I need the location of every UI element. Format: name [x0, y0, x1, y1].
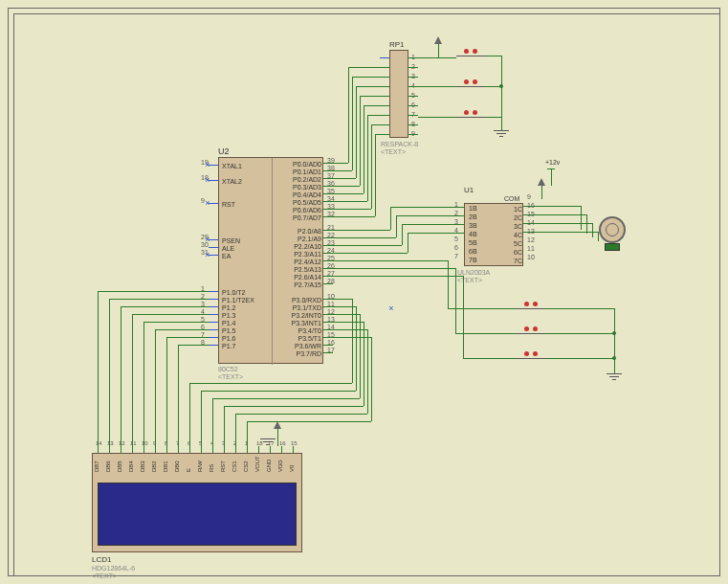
u2-rc-name-7: P3.7/RD: [283, 350, 321, 357]
p0-h2-2: [356, 86, 389, 87]
cross-rst: ×: [204, 199, 211, 207]
u2-lpin-name-13: P1.7: [222, 343, 235, 349]
u2-rc-stub-0: [323, 299, 333, 300]
p24-v-2: [463, 276, 464, 358]
u2-lpin-stub-12: [209, 337, 218, 338]
u2-ref: U2: [218, 146, 230, 156]
p1-h-4: [143, 322, 209, 323]
lcd-stub-1: [109, 446, 110, 453]
u2-rb-name-6: P2.6/A14: [283, 274, 321, 281]
u2-rb-name-7: P2.7/A15: [283, 281, 321, 288]
p1-h-5: [155, 329, 209, 330]
motor-v-2: [592, 223, 593, 237]
lcd-pin-13: CS2: [243, 453, 249, 472]
u1-part: ULN2003A: [457, 269, 490, 276]
p2-h1-3: [333, 253, 408, 254]
u2-lpin-name-8: P1.2: [222, 304, 235, 311]
u1-l-name-6: 7B: [469, 257, 477, 263]
p3-h-5: [333, 337, 371, 338]
u2-ra-name-1: P0.1/AD1: [283, 168, 321, 175]
lcd-stub-3: [132, 446, 133, 453]
p0-h2-6: [371, 124, 389, 125]
p2-v-3: [408, 233, 408, 253]
p3-v2-0: [189, 383, 190, 446]
button-6[interactable]: [517, 354, 545, 362]
button-3[interactable]: [456, 113, 485, 121]
u1-l-num-6: 7: [454, 253, 458, 259]
p0-h2-5: [367, 115, 389, 116]
lcd-stub-16: [281, 446, 282, 453]
p2-h1-1: [333, 237, 396, 238]
u1-r-num-5: 12: [527, 236, 535, 243]
p3-h2-2: [212, 398, 360, 399]
v12-label: +12v: [545, 159, 560, 166]
u2-lpin-name-12: P1.6: [222, 335, 235, 342]
p1-v-0: [98, 291, 99, 446]
p3-h2-5: [247, 421, 371, 422]
lcd-stub-17: [293, 446, 294, 453]
p2-h1-2: [333, 245, 402, 246]
button-1[interactable]: [456, 52, 485, 59]
btn4-r: [545, 308, 614, 309]
cross-ea: ×: [204, 251, 211, 258]
u2-lpin-stub-4: [209, 247, 218, 248]
u2-ra-name-0: P0.0/AD0: [283, 161, 321, 168]
rp1-text: <TEXT>: [381, 148, 406, 155]
v12-wire: [551, 168, 552, 186]
p2-h2-0: [390, 207, 464, 208]
p3-h-3: [333, 322, 364, 323]
p0-v-7: [375, 134, 376, 216]
rp1-stub-7: [408, 124, 418, 125]
u1-r-num-0: 9: [527, 193, 531, 200]
motor-base: [605, 243, 620, 251]
rp1-stub-6: [408, 115, 418, 116]
p24-h-0: [333, 260, 448, 261]
lcd-pin-8: E: [186, 453, 191, 472]
p0-h2-4: [364, 105, 389, 106]
u1-r-name-4: 4C: [505, 232, 522, 238]
button-2[interactable]: [456, 82, 485, 90]
u1-l-name-5: 6B: [469, 248, 477, 255]
u2-ra-name-5: P0.5/AD5: [283, 199, 321, 206]
button-4[interactable]: [517, 304, 545, 312]
power-u1-wire: [541, 186, 542, 199]
btn-bot-gnd-v: [614, 308, 615, 373]
p1-v-4: [143, 322, 144, 446]
lcd-num-17: 15: [291, 440, 298, 446]
u2-ra-name-6: P0.6/AD6: [283, 207, 321, 213]
u1-r-name-5: 5C: [505, 240, 522, 247]
lcd-stub-0: [98, 446, 99, 453]
rp1-body[interactable]: [389, 50, 408, 138]
lcd-part: HDG12864L-6: [92, 565, 135, 572]
lcd-ref: LCD1: [92, 555, 111, 564]
lcd-stub-12: [235, 446, 236, 453]
lcd-stub-9: [201, 446, 202, 453]
u1-l-name-1: 2B: [469, 213, 477, 220]
cross-xtal1: ×: [204, 161, 211, 168]
lcd-stub-10: [212, 446, 213, 453]
gnd-top: [494, 130, 509, 140]
p0-h1-0: [333, 163, 348, 164]
p3-v2-3: [224, 406, 225, 446]
stepper-motor[interactable]: [599, 216, 626, 243]
p1-v-5: [155, 329, 156, 446]
u2-lpin-name-4: ALE: [222, 245, 234, 252]
u2-rc-name-1: P3.1/TXD: [283, 304, 321, 311]
button-5[interactable]: [517, 329, 545, 337]
p0-v-2: [356, 86, 357, 178]
u1-l-name-3: 4B: [469, 231, 477, 237]
u2-ra-stub-5: [323, 201, 333, 202]
u2-rc-stub-1: [323, 306, 333, 307]
u2-rc-stub-6: [323, 345, 333, 346]
p2-h1-0: [333, 230, 390, 231]
btn1-r: [485, 56, 501, 56]
lcd-pin-17: V0: [289, 453, 295, 472]
lcd-stub-13: [247, 446, 248, 453]
p24-h2-1: [455, 333, 517, 334]
p0-v-5: [367, 115, 368, 201]
p0-v-6: [371, 124, 372, 209]
lcd-pin-10: RS: [209, 453, 214, 472]
u1-ref: U1: [464, 186, 474, 194]
p0-h2-3: [360, 96, 389, 97]
u1-l-name-4: 5B: [469, 239, 477, 246]
